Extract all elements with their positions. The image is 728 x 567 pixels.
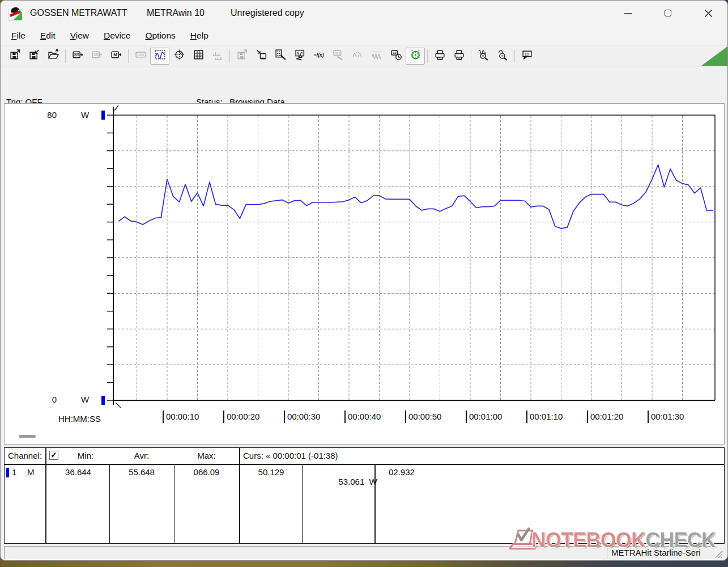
- formula-button[interactable]: =f(x): [309, 48, 329, 65]
- print-button[interactable]: [449, 48, 469, 65]
- col-header-channel: Channel:: [8, 451, 42, 460]
- table-divider: [45, 448, 46, 543]
- read-memory-icon: M: [110, 49, 122, 63]
- cursor-right-unit: W: [369, 477, 377, 486]
- import-data-button[interactable]: [252, 48, 271, 65]
- x-tick-bar: [344, 411, 346, 423]
- cell-cursor-right: 53.061 W: [320, 467, 377, 496]
- col-header-cursor: Curs: « 00:00:01 (-01:38): [243, 451, 338, 460]
- table-view-button[interactable]: [189, 48, 208, 65]
- export-data-button: [232, 48, 252, 65]
- x-tick-bar: [405, 411, 406, 423]
- x-tick-label: 00:01:20: [587, 412, 623, 423]
- zoom-out-button[interactable]: [493, 48, 512, 65]
- desktop: GOSSEN METRAWATT METRAwin 10 Unregistere…: [0, 0, 728, 567]
- menu-options[interactable]: Options: [138, 28, 182, 44]
- clock-settings-button[interactable]: 12: [386, 48, 406, 65]
- table-view-icon: [193, 49, 205, 63]
- menu-help[interactable]: Help: [183, 28, 216, 44]
- meter-view-button[interactable]: [169, 48, 189, 65]
- open-file-icon: [48, 49, 59, 63]
- print-icon: [453, 49, 465, 63]
- x-tick-bar: [587, 411, 588, 423]
- toolbar-separator: [427, 49, 428, 63]
- x-tick-bar: [648, 411, 649, 423]
- x-tick-label: 00:00:50: [405, 412, 441, 423]
- import-data-icon: [256, 49, 267, 63]
- cell-channel-mode: M: [27, 467, 35, 477]
- sample-wave-button: [367, 48, 386, 65]
- sample-wave-icon: [371, 49, 383, 63]
- toolbar-separator: [229, 49, 230, 63]
- menu-view[interactable]: View: [63, 28, 96, 44]
- app-window: GOSSEN METRAWATT METRAwin 10 Unregistere…: [0, 0, 728, 561]
- print-preview-button[interactable]: [430, 48, 449, 65]
- numeric-view-button: 1257: [131, 48, 150, 65]
- x-tick-label: 00:00:20: [223, 412, 259, 423]
- maximize-button[interactable]: [651, 1, 685, 26]
- x-tick-bar: [526, 411, 527, 423]
- table-header-divider: [5, 464, 724, 465]
- svg-text:12: 12: [393, 51, 396, 54]
- menu-edit[interactable]: Edit: [33, 28, 63, 44]
- read-memory-button[interactable]: M: [107, 48, 126, 65]
- resize-grip[interactable]: [714, 549, 723, 558]
- histogram-view-icon: [212, 49, 224, 63]
- minimize-button[interactable]: [611, 1, 645, 26]
- trigger-wave-button: [348, 48, 367, 65]
- floppy-import-icon: [28, 49, 40, 63]
- x-tick-label: 00:00:30: [284, 412, 320, 423]
- y-axis-unit-top: W: [81, 110, 89, 120]
- x-tick-bar: [284, 411, 285, 423]
- cell-cursor-delta: 02.932: [389, 467, 415, 477]
- open-file-button[interactable]: [44, 48, 63, 65]
- svg-text:321: 321: [334, 52, 340, 55]
- toolbar-separator: [471, 49, 471, 63]
- interval-timer-button[interactable]: [406, 48, 425, 65]
- floppy-import-button[interactable]: [24, 48, 44, 65]
- close-button[interactable]: [691, 1, 725, 26]
- x-axis-format-label: HH:MM:SS: [58, 414, 101, 424]
- interval-timer-icon: [410, 49, 422, 63]
- numeric-view-icon: 1257: [135, 49, 147, 63]
- cell-max: 066.09: [174, 467, 239, 477]
- export-data-icon: [236, 49, 248, 63]
- chart-scroll-handle[interactable]: [19, 435, 36, 438]
- app-logo-icon: [8, 6, 23, 21]
- zoom-out-icon: [497, 49, 509, 63]
- print-preview-icon: [434, 49, 446, 63]
- y-axis-min-label: 0: [37, 395, 57, 404]
- zoom-in-icon: [478, 49, 489, 63]
- cursor-right-value: 53.061: [338, 477, 364, 486]
- cell-channel-number: 1: [12, 467, 16, 477]
- titlebar: GOSSEN METRAWATT METRAwin 10 Unregistere…: [1, 1, 727, 26]
- chart-panel: 80 W 0 W HH:MM:SS 00:00:1000:00:2000:00:…: [4, 103, 725, 445]
- annotation-button[interactable]: 1/2: [517, 48, 537, 65]
- read-device-button[interactable]: 321: [68, 48, 87, 65]
- trigger-wave-icon: [352, 49, 364, 63]
- zoom-in-button[interactable]: [474, 48, 493, 65]
- y-axis-max-label: 80: [37, 110, 57, 120]
- chart-plot-area[interactable]: [5, 104, 724, 444]
- display-settings-icon: 321: [333, 49, 344, 63]
- toolbar-separator: [65, 49, 66, 63]
- monitor-settings-button[interactable]: [290, 48, 309, 65]
- clock-settings-icon: 12: [390, 49, 402, 63]
- cell-cursor-left: 50.129: [240, 467, 302, 477]
- maximize-icon: [665, 10, 671, 16]
- floppy-export-button[interactable]: [5, 48, 24, 65]
- titlebar-app-name: GOSSEN METRAWATT: [30, 8, 127, 18]
- menu-file[interactable]: File: [4, 28, 33, 44]
- minimize-icon: [624, 13, 632, 14]
- chart-view-button[interactable]: [150, 48, 169, 65]
- menu-device[interactable]: Device: [96, 28, 138, 44]
- x-tick-label: 00:01:10: [526, 412, 563, 423]
- svg-text:1/2: 1/2: [524, 53, 529, 56]
- channel-color-marker: [6, 468, 9, 477]
- read-device-icon: 321: [72, 49, 84, 63]
- titlebar-doc-title: METRAwin 10: [147, 8, 205, 18]
- device-settings-button[interactable]: [271, 48, 290, 65]
- channel-checkbox[interactable]: ✓: [49, 451, 58, 460]
- cell-min: 36.644: [47, 467, 109, 477]
- x-tick-label: 00:00:40: [344, 412, 381, 423]
